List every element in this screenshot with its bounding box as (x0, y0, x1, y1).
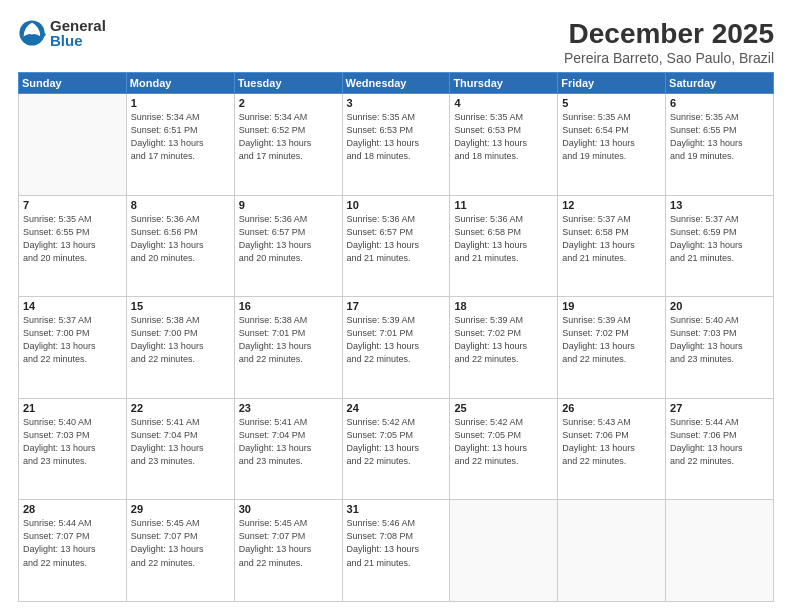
calendar-cell (666, 500, 774, 602)
calendar-cell: 6Sunrise: 5:35 AMSunset: 6:55 PMDaylight… (666, 94, 774, 196)
day-number: 17 (347, 300, 446, 312)
day-header-tuesday: Tuesday (234, 73, 342, 94)
week-row-2: 7Sunrise: 5:35 AMSunset: 6:55 PMDaylight… (19, 195, 774, 297)
day-info: Sunrise: 5:35 AMSunset: 6:54 PMDaylight:… (562, 111, 661, 163)
calendar-cell: 2Sunrise: 5:34 AMSunset: 6:52 PMDaylight… (234, 94, 342, 196)
day-number: 13 (670, 199, 769, 211)
calendar-cell: 20Sunrise: 5:40 AMSunset: 7:03 PMDayligh… (666, 297, 774, 399)
calendar-table: SundayMondayTuesdayWednesdayThursdayFrid… (18, 72, 774, 602)
calendar-cell: 21Sunrise: 5:40 AMSunset: 7:03 PMDayligh… (19, 398, 127, 500)
day-info: Sunrise: 5:39 AMSunset: 7:02 PMDaylight:… (454, 314, 553, 366)
day-header-friday: Friday (558, 73, 666, 94)
day-number: 16 (239, 300, 338, 312)
day-info: Sunrise: 5:37 AMSunset: 6:59 PMDaylight:… (670, 213, 769, 265)
day-number: 10 (347, 199, 446, 211)
calendar-cell: 3Sunrise: 5:35 AMSunset: 6:53 PMDaylight… (342, 94, 450, 196)
logo-blue: Blue (50, 33, 106, 48)
day-number: 31 (347, 503, 446, 515)
title-block: December 2025 Pereira Barreto, Sao Paulo… (564, 18, 774, 66)
day-info: Sunrise: 5:37 AMSunset: 6:58 PMDaylight:… (562, 213, 661, 265)
day-info: Sunrise: 5:40 AMSunset: 7:03 PMDaylight:… (23, 416, 122, 468)
calendar-cell: 12Sunrise: 5:37 AMSunset: 6:58 PMDayligh… (558, 195, 666, 297)
calendar-cell: 26Sunrise: 5:43 AMSunset: 7:06 PMDayligh… (558, 398, 666, 500)
calendar-cell: 25Sunrise: 5:42 AMSunset: 7:05 PMDayligh… (450, 398, 558, 500)
calendar-cell: 7Sunrise: 5:35 AMSunset: 6:55 PMDaylight… (19, 195, 127, 297)
day-info: Sunrise: 5:35 AMSunset: 6:53 PMDaylight:… (347, 111, 446, 163)
day-header-wednesday: Wednesday (342, 73, 450, 94)
day-info: Sunrise: 5:43 AMSunset: 7:06 PMDaylight:… (562, 416, 661, 468)
calendar-cell (450, 500, 558, 602)
calendar-cell: 11Sunrise: 5:36 AMSunset: 6:58 PMDayligh… (450, 195, 558, 297)
day-info: Sunrise: 5:37 AMSunset: 7:00 PMDaylight:… (23, 314, 122, 366)
day-info: Sunrise: 5:38 AMSunset: 7:00 PMDaylight:… (131, 314, 230, 366)
day-number: 20 (670, 300, 769, 312)
day-header-saturday: Saturday (666, 73, 774, 94)
calendar-cell: 14Sunrise: 5:37 AMSunset: 7:00 PMDayligh… (19, 297, 127, 399)
day-info: Sunrise: 5:42 AMSunset: 7:05 PMDaylight:… (347, 416, 446, 468)
calendar-cell: 23Sunrise: 5:41 AMSunset: 7:04 PMDayligh… (234, 398, 342, 500)
header: General Blue December 2025 Pereira Barre… (18, 18, 774, 66)
day-number: 5 (562, 97, 661, 109)
day-number: 3 (347, 97, 446, 109)
day-info: Sunrise: 5:42 AMSunset: 7:05 PMDaylight:… (454, 416, 553, 468)
calendar-cell: 9Sunrise: 5:36 AMSunset: 6:57 PMDaylight… (234, 195, 342, 297)
calendar-cell: 5Sunrise: 5:35 AMSunset: 6:54 PMDaylight… (558, 94, 666, 196)
day-header-monday: Monday (126, 73, 234, 94)
day-number: 23 (239, 402, 338, 414)
logo-icon (18, 19, 46, 47)
day-number: 26 (562, 402, 661, 414)
day-info: Sunrise: 5:35 AMSunset: 6:55 PMDaylight:… (23, 213, 122, 265)
calendar-cell: 24Sunrise: 5:42 AMSunset: 7:05 PMDayligh… (342, 398, 450, 500)
day-number: 25 (454, 402, 553, 414)
day-number: 4 (454, 97, 553, 109)
day-info: Sunrise: 5:46 AMSunset: 7:08 PMDaylight:… (347, 517, 446, 569)
page: General Blue December 2025 Pereira Barre… (0, 0, 792, 612)
day-number: 21 (23, 402, 122, 414)
day-info: Sunrise: 5:35 AMSunset: 6:55 PMDaylight:… (670, 111, 769, 163)
week-row-3: 14Sunrise: 5:37 AMSunset: 7:00 PMDayligh… (19, 297, 774, 399)
day-info: Sunrise: 5:39 AMSunset: 7:01 PMDaylight:… (347, 314, 446, 366)
calendar-cell: 13Sunrise: 5:37 AMSunset: 6:59 PMDayligh… (666, 195, 774, 297)
calendar-cell: 8Sunrise: 5:36 AMSunset: 6:56 PMDaylight… (126, 195, 234, 297)
day-info: Sunrise: 5:44 AMSunset: 7:07 PMDaylight:… (23, 517, 122, 569)
day-info: Sunrise: 5:39 AMSunset: 7:02 PMDaylight:… (562, 314, 661, 366)
calendar-cell: 28Sunrise: 5:44 AMSunset: 7:07 PMDayligh… (19, 500, 127, 602)
calendar-cell: 18Sunrise: 5:39 AMSunset: 7:02 PMDayligh… (450, 297, 558, 399)
day-info: Sunrise: 5:34 AMSunset: 6:52 PMDaylight:… (239, 111, 338, 163)
day-info: Sunrise: 5:41 AMSunset: 7:04 PMDaylight:… (239, 416, 338, 468)
week-row-1: 1Sunrise: 5:34 AMSunset: 6:51 PMDaylight… (19, 94, 774, 196)
calendar-cell: 17Sunrise: 5:39 AMSunset: 7:01 PMDayligh… (342, 297, 450, 399)
day-number: 12 (562, 199, 661, 211)
day-number: 14 (23, 300, 122, 312)
logo-general: General (50, 18, 106, 33)
day-info: Sunrise: 5:44 AMSunset: 7:06 PMDaylight:… (670, 416, 769, 468)
day-info: Sunrise: 5:41 AMSunset: 7:04 PMDaylight:… (131, 416, 230, 468)
logo: General Blue (18, 18, 106, 48)
calendar-cell: 4Sunrise: 5:35 AMSunset: 6:53 PMDaylight… (450, 94, 558, 196)
day-number: 27 (670, 402, 769, 414)
calendar-cell: 29Sunrise: 5:45 AMSunset: 7:07 PMDayligh… (126, 500, 234, 602)
day-info: Sunrise: 5:38 AMSunset: 7:01 PMDaylight:… (239, 314, 338, 366)
day-number: 18 (454, 300, 553, 312)
day-number: 7 (23, 199, 122, 211)
calendar-header-row: SundayMondayTuesdayWednesdayThursdayFrid… (19, 73, 774, 94)
day-number: 9 (239, 199, 338, 211)
day-number: 1 (131, 97, 230, 109)
calendar-cell: 27Sunrise: 5:44 AMSunset: 7:06 PMDayligh… (666, 398, 774, 500)
day-header-thursday: Thursday (450, 73, 558, 94)
day-info: Sunrise: 5:36 AMSunset: 6:58 PMDaylight:… (454, 213, 553, 265)
day-number: 24 (347, 402, 446, 414)
logo-text: General Blue (50, 18, 106, 48)
calendar-cell: 22Sunrise: 5:41 AMSunset: 7:04 PMDayligh… (126, 398, 234, 500)
day-info: Sunrise: 5:45 AMSunset: 7:07 PMDaylight:… (131, 517, 230, 569)
day-number: 6 (670, 97, 769, 109)
calendar-cell: 30Sunrise: 5:45 AMSunset: 7:07 PMDayligh… (234, 500, 342, 602)
day-info: Sunrise: 5:36 AMSunset: 6:57 PMDaylight:… (347, 213, 446, 265)
day-info: Sunrise: 5:45 AMSunset: 7:07 PMDaylight:… (239, 517, 338, 569)
day-number: 2 (239, 97, 338, 109)
day-header-sunday: Sunday (19, 73, 127, 94)
calendar-cell (19, 94, 127, 196)
calendar-cell: 19Sunrise: 5:39 AMSunset: 7:02 PMDayligh… (558, 297, 666, 399)
calendar-cell: 15Sunrise: 5:38 AMSunset: 7:00 PMDayligh… (126, 297, 234, 399)
week-row-5: 28Sunrise: 5:44 AMSunset: 7:07 PMDayligh… (19, 500, 774, 602)
